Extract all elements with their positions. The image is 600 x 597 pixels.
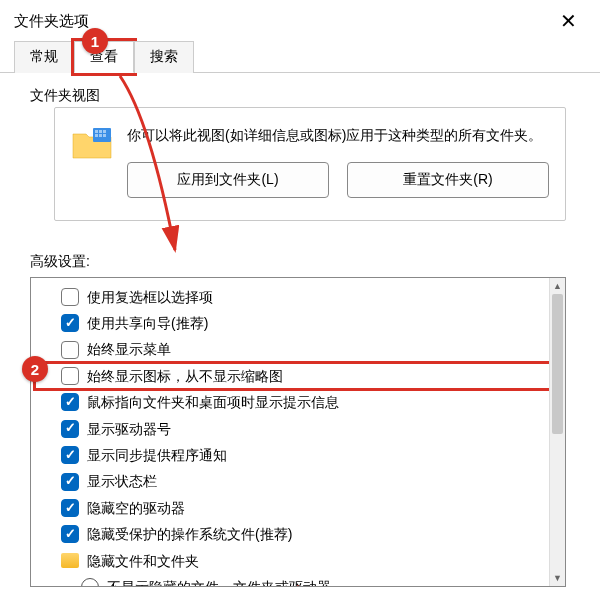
adv-item-label: 使用复选框以选择项 — [87, 286, 213, 308]
adv-item-label: 显示状态栏 — [87, 470, 157, 492]
scrollbar-up-button[interactable]: ▲ — [550, 278, 565, 294]
advanced-settings-list: 使用复选框以选择项 使用共享向导(推荐) 始终显示菜单 — [31, 278, 565, 587]
checkbox-icon[interactable] — [61, 288, 79, 306]
checkbox-icon[interactable] — [61, 393, 79, 411]
adv-item-always-show-icons[interactable]: 始终显示图标，从不显示缩略图 — [35, 363, 561, 389]
folder-views-label: 文件夹视图 — [30, 87, 578, 105]
folder-views-desc: 你可以将此视图(如详细信息或图标)应用于这种类型的所有文件夹。 — [127, 126, 549, 146]
folder-views-buttons: 应用到文件夹(L) 重置文件夹(R) — [127, 162, 549, 198]
folder-views-box: 你可以将此视图(如详细信息或图标)应用于这种类型的所有文件夹。 应用到文件夹(L… — [54, 107, 566, 221]
tab-content: 文件夹视图 你可以将此视图(如详细信息或图标)应用于这种类型的所有文件夹。 应用… — [0, 73, 600, 597]
annotation-badge-1: 1 — [82, 28, 108, 54]
svg-rect-1 — [95, 130, 98, 133]
svg-rect-5 — [99, 134, 102, 137]
adv-item-hide-empty-drives[interactable]: 隐藏空的驱动器 — [35, 495, 561, 521]
advanced-settings-box: 使用复选框以选择项 使用共享向导(推荐) 始终显示菜单 — [30, 277, 566, 587]
svg-rect-2 — [99, 130, 102, 133]
annotation-badge-2: 2 — [22, 356, 48, 382]
folder-icon — [71, 126, 113, 162]
adv-item-label: 显示同步提供程序通知 — [87, 444, 227, 466]
adv-item-label: 不显示隐藏的文件、文件夹或驱动器 — [107, 576, 331, 587]
tab-search[interactable]: 搜索 — [134, 41, 194, 73]
reset-folders-button[interactable]: 重置文件夹(R) — [347, 162, 549, 198]
checkbox-icon[interactable] — [61, 341, 79, 359]
checkbox-icon[interactable] — [61, 525, 79, 543]
adv-item-hide-protected-os-files[interactable]: 隐藏受保护的操作系统文件(推荐) — [35, 521, 561, 547]
scrollbar[interactable]: ▲ ▼ — [549, 278, 565, 586]
tab-general[interactable]: 常规 — [14, 41, 74, 73]
svg-rect-6 — [103, 134, 106, 137]
adv-item-label: 隐藏文件和文件夹 — [87, 550, 199, 572]
checkbox-icon[interactable] — [61, 420, 79, 438]
advanced-settings-label: 高级设置: — [30, 253, 578, 271]
radio-icon[interactable] — [81, 578, 99, 587]
adv-item-label: 始终显示图标，从不显示缩略图 — [87, 365, 283, 387]
adv-item-show-drive-letters[interactable]: 显示驱动器号 — [35, 416, 561, 442]
scrollbar-thumb[interactable] — [552, 294, 563, 434]
adv-item-dont-show-hidden[interactable]: 不显示隐藏的文件、文件夹或驱动器 — [35, 574, 561, 587]
adv-item-show-status-bar[interactable]: 显示状态栏 — [35, 468, 561, 494]
adv-item-label: 隐藏受保护的操作系统文件(推荐) — [87, 523, 292, 545]
scrollbar-down-button[interactable]: ▼ — [550, 570, 565, 586]
adv-item-sharing-wizard[interactable]: 使用共享向导(推荐) — [35, 310, 561, 336]
apply-to-folders-button[interactable]: 应用到文件夹(L) — [127, 162, 329, 198]
close-button[interactable]: ✕ — [548, 11, 588, 31]
checkbox-icon[interactable] — [61, 314, 79, 332]
folder-views-right: 你可以将此视图(如详细信息或图标)应用于这种类型的所有文件夹。 应用到文件夹(L… — [127, 126, 549, 198]
checkbox-icon[interactable] — [61, 367, 79, 385]
svg-rect-3 — [103, 130, 106, 133]
adv-item-show-tooltips[interactable]: 鼠标指向文件夹和桌面项时显示提示信息 — [35, 389, 561, 415]
adv-item-checkboxes[interactable]: 使用复选框以选择项 — [35, 284, 561, 310]
adv-item-label: 使用共享向导(推荐) — [87, 312, 208, 334]
checkbox-icon[interactable] — [61, 446, 79, 464]
adv-item-label: 始终显示菜单 — [87, 338, 171, 360]
adv-item-sync-notifications[interactable]: 显示同步提供程序通知 — [35, 442, 561, 468]
adv-item-label: 隐藏空的驱动器 — [87, 497, 185, 519]
window-title: 文件夹选项 — [14, 12, 89, 31]
checkbox-icon[interactable] — [61, 499, 79, 517]
adv-item-hidden-files-folder[interactable]: 隐藏文件和文件夹 — [35, 548, 561, 574]
folder-small-icon — [61, 553, 79, 568]
svg-rect-4 — [95, 134, 98, 137]
checkbox-icon[interactable] — [61, 473, 79, 491]
adv-item-label: 鼠标指向文件夹和桌面项时显示提示信息 — [87, 391, 339, 413]
adv-item-label: 显示驱动器号 — [87, 418, 171, 440]
adv-item-always-show-menu[interactable]: 始终显示菜单 — [35, 336, 561, 362]
